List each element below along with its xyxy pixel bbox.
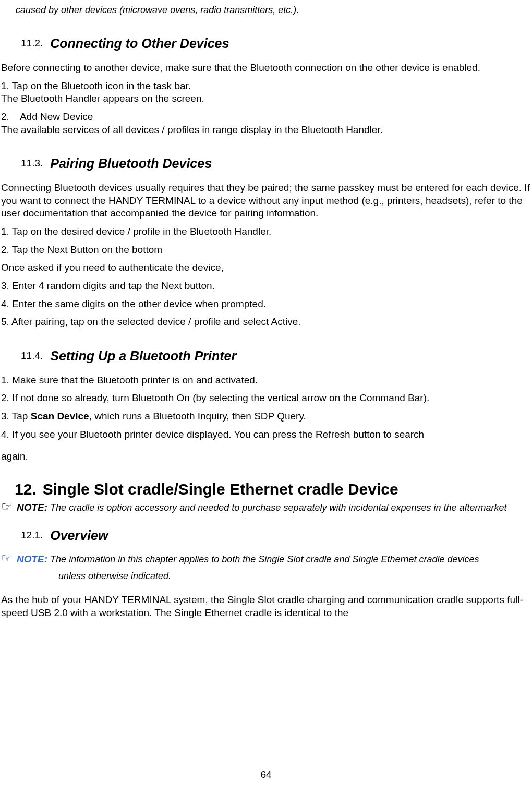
paragraph: 1. Make sure that the Bluetooth printer … [1,374,532,387]
paragraph: 1. Tap on the Bluetooth icon in the task… [1,80,532,105]
heading-11-3: 11.3. Pairing Bluetooth Devices [0,155,532,172]
line: 2. Add New Device [1,111,93,122]
paragraph: Before connecting to another device, mak… [1,62,532,75]
heading-title: Pairing Bluetooth Devices [50,155,212,172]
paragraph: 4. If you see your Bluetooth printer dev… [1,428,532,441]
paragraph: 4. Enter the same digits on the other de… [1,298,532,311]
note-label: NOTE: [17,502,47,513]
top-note-fragment: caused by other devices (microwave ovens… [16,5,299,15]
paragraph: 2. Tap the Next Button on the bottom [1,244,532,257]
note-label: NOTE: [17,554,47,564]
scan-device-label: Scan Device [31,411,89,422]
paragraph: 3. Enter 4 random digits and tap the Nex… [1,280,532,293]
note-line: NOTE: The cradle is option accessory and… [0,501,532,514]
heading-number: 11.4. [21,347,43,365]
heading-12-1: 12.1. Overview [0,527,532,544]
heading-title: Connecting to Other Devices [50,35,229,52]
pointing-hand-icon [1,554,17,563]
text-fragment: , which runs a Bluetooth Inquiry, then S… [89,411,306,422]
heading-number: 12. [15,479,37,499]
paragraph: 5. After pairing, tap on the selected de… [1,316,532,329]
page-number: 64 [0,768,532,781]
heading-number: 11.2. [21,35,43,52]
heading-number: 12.1. [21,527,43,544]
line: 1. Tap on the Bluetooth icon in the task… [1,80,191,91]
heading-title: Overview [50,527,108,544]
paragraph: 1. Tap on the desired device / profile i… [1,225,532,238]
paragraph: Once asked if you need to authenticate t… [1,261,532,274]
paragraph: 2. Add New Device The available services… [1,111,532,136]
text-fragment: 3. Tap [1,411,31,422]
line: The available services of all devices / … [1,124,383,135]
note-line: NOTE: The information in this chapter ap… [0,553,532,582]
heading-12: 12. Single Slot cradle/Single Ethernet c… [0,479,532,499]
pointing-hand-icon [1,502,17,512]
heading-title: Single Slot cradle/Single Ethernet cradl… [43,479,398,499]
heading-title: Setting Up a Bluetooth Printer [50,347,236,365]
heading-11-2: 11.2. Connecting to Other Devices [0,35,532,52]
note-text: The information in this chapter applies … [47,554,479,564]
heading-number: 11.3. [21,155,43,172]
paragraph: again. [1,450,532,463]
heading-11-4: 11.4. Setting Up a Bluetooth Printer [0,347,532,365]
paragraph: 3. Tap Scan Device, which runs a Bluetoo… [1,410,532,423]
paragraph: 2. If not done so already, turn Bluetoot… [1,392,532,405]
note-text: The cradle is option accessory and neede… [47,502,507,513]
paragraph: Connecting Bluetooth devices usually req… [1,182,532,220]
note-text-line2: unless otherwise indicated. [1,570,532,582]
line: The Bluetooth Handler appears on the scr… [1,93,204,104]
paragraph: As the hub of your HANDY TERMINAL system… [1,594,532,619]
